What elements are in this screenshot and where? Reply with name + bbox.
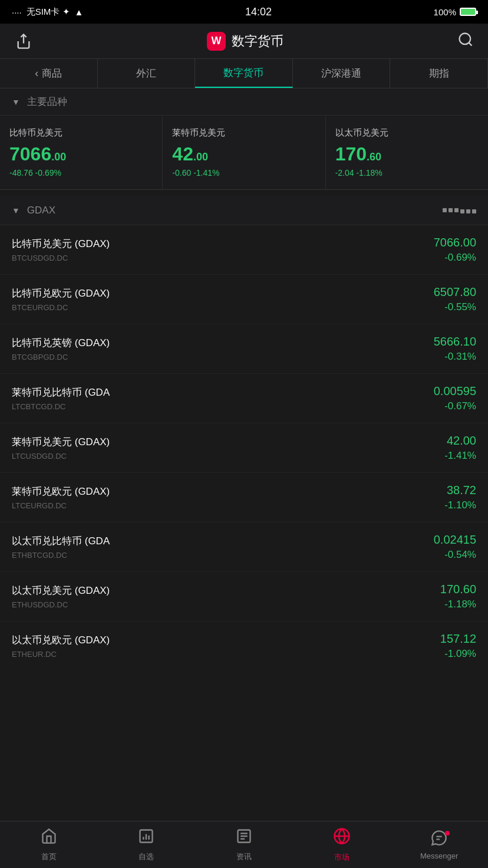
gdax-arrow-icon: ▼ bbox=[12, 206, 20, 215]
item-price: 0.00595 bbox=[434, 384, 476, 398]
featured-card-ltc[interactable]: 莱特币兑美元 42.00 -0.60 -1.41% bbox=[163, 116, 325, 189]
item-price: 5666.10 bbox=[434, 335, 476, 348]
card-change-eth: -2.04 -1.18% bbox=[335, 168, 479, 177]
list-item[interactable]: 以太币兑欧元 (GDAX) ETHEUR.DC 157.12 -1.09% bbox=[0, 622, 488, 670]
card-price-btc: 7066.00 bbox=[9, 144, 153, 163]
card-price-decimal-eth: .60 bbox=[367, 151, 381, 163]
featured-card-btc[interactable]: 比特币兑美元 7066.00 -48.76 -0.69% bbox=[0, 116, 163, 189]
item-name: 比特币兑美元 (GDAX) bbox=[12, 237, 110, 251]
nav-label-market: 市场 bbox=[334, 852, 349, 863]
item-name: 莱特币兑比特币 (GDA bbox=[12, 386, 110, 399]
item-name: 莱特币兑欧元 (GDAX) bbox=[12, 485, 110, 498]
item-change: -0.31% bbox=[434, 351, 476, 363]
item-change: -1.41% bbox=[444, 450, 476, 462]
nav-messenger[interactable]: Messenger bbox=[390, 830, 488, 860]
item-name: 以太币兑美元 (GDAX) bbox=[12, 584, 110, 597]
item-data: 6507.80 -0.55% bbox=[434, 285, 476, 313]
signal-dots: ···· bbox=[12, 7, 22, 17]
card-price-decimal-ltc: .00 bbox=[193, 151, 208, 163]
gdax-section-header[interactable]: ▼ GDAX bbox=[0, 196, 488, 225]
main-section-header[interactable]: ▼ 主要品种 bbox=[0, 88, 488, 116]
list-item[interactable]: 莱特币兑比特币 (GDA LTCBTCGD.DC 0.00595 -0.67% bbox=[0, 374, 488, 423]
item-change: -0.55% bbox=[434, 301, 476, 313]
item-price: 7066.00 bbox=[434, 236, 476, 249]
battery-percent: 100% bbox=[434, 7, 456, 17]
news-icon bbox=[236, 828, 252, 849]
list-item[interactable]: 比特币兑欧元 (GDAX) BTCEURGD.DC 6507.80 -0.55% bbox=[0, 275, 488, 324]
search-button[interactable] bbox=[457, 31, 474, 51]
section-arrow-icon: ▼ bbox=[12, 97, 20, 107]
tab-futures[interactable]: 期指 bbox=[390, 59, 488, 88]
item-code: LTCEURGD.DC bbox=[12, 501, 110, 510]
item-price: 0.02415 bbox=[434, 533, 476, 547]
item-change: -0.67% bbox=[434, 400, 476, 412]
item-change: -1.18% bbox=[440, 599, 476, 610]
item-change: -1.09% bbox=[440, 648, 476, 660]
item-code: BTCEURGD.DC bbox=[12, 303, 110, 312]
gdax-title: GDAX bbox=[27, 205, 55, 216]
featured-card-eth[interactable]: 以太币兑美元 170.60 -2.04 -1.18% bbox=[326, 116, 488, 189]
item-price: 6507.80 bbox=[434, 285, 476, 299]
list-item[interactable]: 莱特币兑美元 (GDAX) LTCUSDGD.DC 42.00 -1.41% bbox=[0, 423, 488, 473]
item-data: 0.02415 -0.54% bbox=[434, 533, 476, 561]
list-item[interactable]: 以太币兑比特币 (GDA ETHBTCGD.DC 0.02415 -0.54% bbox=[0, 522, 488, 572]
nav-home[interactable]: 首页 bbox=[0, 828, 98, 862]
nav-news[interactable]: 资讯 bbox=[195, 828, 293, 862]
card-price-main-eth: 170 bbox=[335, 143, 367, 165]
tab-crypto[interactable]: 数字货币 bbox=[195, 59, 293, 88]
tab-hk[interactable]: 沪深港通 bbox=[293, 59, 391, 88]
tab-label-crypto: 数字货币 bbox=[223, 66, 263, 80]
messenger-dot bbox=[445, 831, 450, 836]
item-code: BTCGBPGD.DC bbox=[12, 353, 110, 361]
item-data: 38.72 -1.10% bbox=[444, 484, 476, 511]
item-price: 170.60 bbox=[440, 583, 476, 596]
watchlist-icon bbox=[138, 828, 154, 849]
share-button[interactable] bbox=[14, 32, 33, 51]
tab-label-futures: 期指 bbox=[429, 67, 449, 80]
tab-label-goods: 商品 bbox=[42, 67, 62, 80]
list-item[interactable]: 以太币兑美元 (GDAX) ETHUSDGD.DC 170.60 -1.18% bbox=[0, 572, 488, 622]
item-price: 38.72 bbox=[444, 484, 476, 497]
card-name-btc: 比特币兑美元 bbox=[9, 127, 153, 139]
header-title-area: W 数字货币 bbox=[207, 32, 283, 51]
wifi-icon: ▲ bbox=[75, 7, 84, 17]
nav-watchlist[interactable]: 自选 bbox=[98, 828, 196, 862]
item-info: 莱特币兑美元 (GDAX) LTCUSDGD.DC bbox=[12, 435, 110, 461]
tab-forex[interactable]: 外汇 bbox=[98, 59, 196, 88]
card-change-btc: -48.76 -0.69% bbox=[9, 168, 153, 177]
nav-market[interactable]: 市场 bbox=[293, 827, 391, 863]
nav-label-messenger: Messenger bbox=[420, 851, 458, 860]
card-price-ltc: 42.00 bbox=[172, 144, 315, 163]
back-arrow-icon: ‹ bbox=[35, 67, 38, 80]
list-item[interactable]: 莱特币兑欧元 (GDAX) LTCEURGD.DC 38.72 -1.10% bbox=[0, 473, 488, 522]
item-change: -1.10% bbox=[444, 499, 476, 511]
grid-view-button[interactable] bbox=[443, 208, 476, 213]
item-info: 莱特币兑比特币 (GDA LTCBTCGD.DC bbox=[12, 386, 110, 411]
header: W 数字货币 bbox=[0, 24, 488, 59]
tab-bar: ‹ 商品 外汇 数字货币 沪深港通 期指 bbox=[0, 59, 488, 88]
item-price: 157.12 bbox=[440, 632, 476, 646]
item-data: 7066.00 -0.69% bbox=[434, 236, 476, 264]
list-item[interactable]: 比特币兑英镑 (GDAX) BTCGBPGD.DC 5666.10 -0.31% bbox=[0, 324, 488, 374]
item-name: 以太币兑比特币 (GDA bbox=[12, 534, 110, 548]
crypto-list: 比特币兑美元 (GDAX) BTCUSDGD.DC 7066.00 -0.69%… bbox=[0, 225, 488, 670]
status-left: ···· 无SIM卡 ✦ ▲ bbox=[12, 6, 83, 18]
item-name: 比特币兑英镑 (GDAX) bbox=[12, 336, 110, 350]
page-title: 数字货币 bbox=[232, 32, 283, 50]
item-price: 42.00 bbox=[444, 434, 476, 448]
item-data: 42.00 -1.41% bbox=[444, 434, 476, 462]
item-data: 5666.10 -0.31% bbox=[434, 335, 476, 363]
item-info: 以太币兑比特币 (GDA ETHBTCGD.DC bbox=[12, 534, 110, 560]
item-name: 莱特币兑美元 (GDAX) bbox=[12, 435, 110, 449]
tab-label-hk: 沪深港通 bbox=[321, 67, 361, 80]
item-info: 以太币兑美元 (GDAX) ETHUSDGD.DC bbox=[12, 584, 110, 609]
featured-cards: 比特币兑美元 7066.00 -48.76 -0.69% 莱特币兑美元 42.0… bbox=[0, 116, 488, 190]
nav-label-news: 资讯 bbox=[236, 851, 252, 862]
item-code: ETHEUR.DC bbox=[12, 650, 110, 659]
tab-back[interactable]: ‹ 商品 bbox=[0, 59, 98, 88]
card-name-eth: 以太币兑美元 bbox=[335, 127, 479, 139]
item-name: 比特币兑欧元 (GDAX) bbox=[12, 287, 110, 300]
list-item[interactable]: 比特币兑美元 (GDAX) BTCUSDGD.DC 7066.00 -0.69% bbox=[0, 225, 488, 275]
item-info: 以太币兑欧元 (GDAX) ETHEUR.DC bbox=[12, 633, 110, 659]
item-code: ETHUSDGD.DC bbox=[12, 600, 110, 609]
